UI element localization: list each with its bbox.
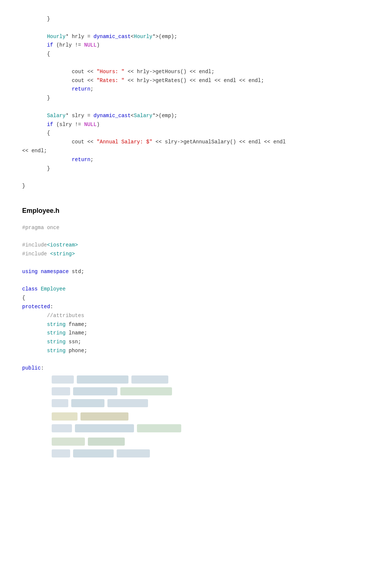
line-return1: return; bbox=[22, 86, 93, 92]
line-string-ssn: string ssn; bbox=[22, 339, 81, 345]
code-section-top: } Hourly* hrly = dynamic_cast<Hourly*>(e… bbox=[22, 15, 370, 191]
line-open-brace-class: { bbox=[22, 295, 25, 301]
line-empty1 bbox=[22, 60, 25, 66]
line-cout-hours: cout << "Hours: " << hrly->getHours() <<… bbox=[22, 69, 214, 75]
line-pragma: #pragma once bbox=[22, 225, 59, 231]
code-block-top: } Hourly* hrly = dynamic_cast<Hourly*>(e… bbox=[22, 15, 370, 191]
line-using-namespace: using namespace std; bbox=[22, 269, 84, 275]
section-title-employee-h: Employee.h bbox=[22, 205, 370, 216]
line-return2: return; bbox=[22, 157, 93, 163]
line-open-brace2: { bbox=[22, 130, 50, 136]
line-endl: << endl; bbox=[22, 148, 47, 154]
line-class-employee: class Employee bbox=[22, 286, 66, 292]
line-public: public: bbox=[22, 365, 44, 371]
line-if-hrly: if (hrly != NULL) bbox=[22, 42, 100, 48]
line-if-slry: if (slry != NULL) bbox=[22, 122, 100, 127]
line-hourly-ptr: Hourly* hrly = dynamic_cast<Hourly*>(emp… bbox=[22, 34, 177, 40]
line-close-brace2: } bbox=[22, 166, 50, 171]
code-section-employee-h: #pragma once #include<iostream> #include… bbox=[22, 224, 370, 459]
page-container: } Hourly* hrly = dynamic_cast<Hourly*>(e… bbox=[22, 15, 370, 459]
line-close-brace1: } bbox=[22, 95, 50, 101]
line-string-lname: string lname; bbox=[22, 330, 87, 336]
line-cout-rates: cout << "Rates: " << hrly->getRates() <<… bbox=[22, 78, 264, 84]
code-block-employee-h: #pragma once #include<iostream> #include… bbox=[22, 224, 370, 373]
line-include-string: #include <string> bbox=[22, 251, 75, 257]
line-final-brace: } bbox=[22, 183, 25, 189]
line-empty2 bbox=[22, 104, 25, 110]
line-brace-close: } bbox=[22, 16, 50, 22]
line-string-phone: string phone; bbox=[22, 348, 87, 354]
line-include-iostream: #include<iostream> bbox=[22, 242, 78, 248]
blurred-code-block bbox=[22, 374, 370, 459]
line-cout-salary: cout << "Annual Salary: $" << slry->getA… bbox=[22, 139, 286, 145]
line-open-brace1: { bbox=[22, 51, 50, 57]
line-comment-attributes: //attributes bbox=[22, 313, 84, 319]
line-protected: protected: bbox=[22, 304, 53, 310]
line-empty3 bbox=[22, 174, 25, 180]
line-string-fname: string fname; bbox=[22, 321, 87, 327]
line-salary-ptr: Salary* slry = dynamic_cast<Salary*>(emp… bbox=[22, 113, 177, 119]
